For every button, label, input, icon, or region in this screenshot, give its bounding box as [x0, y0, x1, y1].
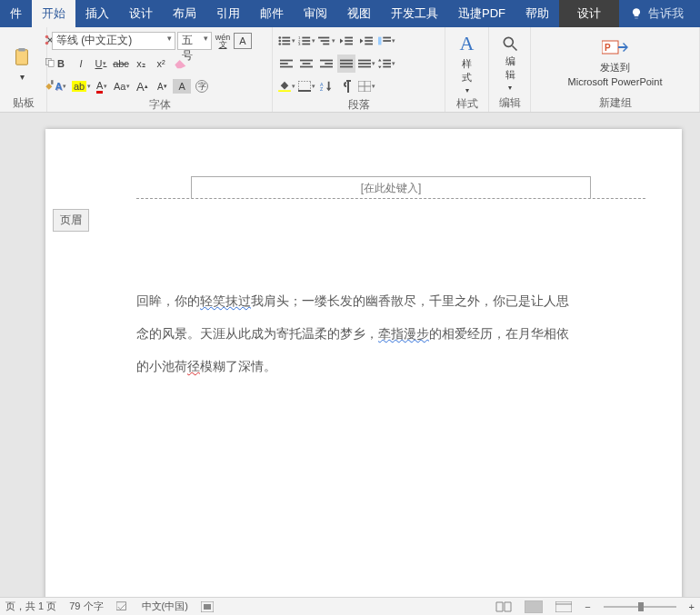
enclose-char-button[interactable]: 字 — [193, 77, 211, 95]
font-color-button[interactable]: A — [93, 77, 111, 95]
svg-point-7 — [278, 36, 281, 39]
svg-text:P: P — [605, 43, 611, 53]
underline-button[interactable]: U — [92, 55, 110, 73]
increase-indent-button[interactable] — [357, 32, 375, 50]
tab-xunjie[interactable]: 迅捷PDF — [448, 0, 515, 27]
tab-view[interactable]: 视图 — [337, 0, 381, 27]
decrease-indent-button[interactable] — [337, 32, 355, 50]
web-layout-icon[interactable] — [555, 601, 572, 612]
svg-rect-26 — [365, 40, 373, 42]
align-right-button[interactable] — [317, 55, 335, 73]
align-distributed-button[interactable] — [357, 55, 375, 73]
svg-rect-1 — [18, 47, 25, 51]
svg-rect-30 — [383, 40, 391, 42]
change-case-button[interactable]: Aa — [113, 77, 131, 95]
svg-rect-27 — [365, 44, 373, 45]
svg-rect-19 — [318, 37, 329, 39]
char-shading-button[interactable]: A — [173, 79, 191, 94]
tab-home[interactable]: 开始 — [32, 0, 75, 27]
svg-rect-25 — [365, 37, 373, 39]
group-label-sendto: 新建组 — [535, 95, 695, 112]
align-justify-icon — [340, 58, 353, 69]
grow-font-button[interactable]: A▴ — [133, 77, 151, 95]
borders-button[interactable] — [297, 77, 315, 95]
tab-insert[interactable]: 插入 — [75, 0, 119, 27]
line-spacing-button[interactable] — [377, 55, 395, 73]
read-mode-icon[interactable] — [495, 601, 512, 612]
align-left-icon — [280, 58, 293, 69]
text-direction-button[interactable] — [377, 32, 395, 50]
subscript-button[interactable]: x₂ — [132, 55, 150, 73]
snap-to-grid-button[interactable] — [357, 77, 375, 95]
tab-layout[interactable]: 布局 — [163, 0, 206, 27]
status-language[interactable]: 中文(中国) — [142, 600, 188, 613]
bullets-button[interactable] — [277, 32, 295, 50]
italic-button[interactable]: I — [72, 55, 90, 73]
align-justify-button[interactable] — [337, 55, 355, 73]
group-paragraph: 123 AZ 段落 — [273, 27, 445, 112]
svg-rect-23 — [345, 40, 353, 42]
multilevel-list-button[interactable] — [317, 32, 335, 50]
char-border-button[interactable]: A — [234, 33, 252, 49]
show-marks-button[interactable] — [337, 77, 355, 95]
strikethrough-button[interactable]: abc — [112, 55, 130, 73]
status-page[interactable]: 页，共 1 页 — [5, 600, 56, 613]
header-input[interactable]: [在此处键入] — [191, 176, 591, 198]
highlight-button[interactable]: ab — [72, 77, 91, 95]
tell-me[interactable]: 告诉我 — [619, 0, 695, 27]
superscript-button[interactable]: x² — [152, 55, 170, 73]
numbering-button[interactable]: 123 — [297, 32, 315, 50]
ribbon: ▾ 贴板 等线 (中文正文) 五号 wén文 A B I U abc x₂ — [0, 27, 700, 113]
zoom-out-button[interactable]: − — [585, 601, 590, 612]
send-to-powerpoint-button[interactable]: P 发送到 Microsoft PowerPoint — [535, 30, 695, 95]
svg-rect-31 — [280, 60, 293, 62]
macro-status-icon[interactable] — [201, 601, 214, 612]
svg-point-57 — [504, 37, 513, 46]
font-size-select[interactable]: 五号 — [177, 32, 212, 50]
phonetic-guide-button[interactable]: wén文 — [214, 32, 232, 50]
tab-design[interactable]: 设计 — [119, 0, 163, 27]
paste-button[interactable]: ▾ — [5, 30, 39, 95]
align-left-button[interactable] — [277, 55, 295, 73]
svg-rect-32 — [280, 63, 288, 64]
proof-blue-1: 轻笑抹过 — [200, 294, 251, 308]
lightbulb-icon — [630, 7, 643, 20]
spellcheck-status-icon[interactable] — [116, 601, 129, 612]
print-layout-view[interactable] — [525, 600, 543, 613]
editing-button[interactable]: 编辑▾ — [494, 30, 526, 95]
bold-button[interactable]: B — [52, 55, 70, 73]
header-tag[interactable]: 页眉 — [53, 209, 89, 232]
tab-dev[interactable]: 开发工具 — [381, 0, 448, 27]
align-center-button[interactable] — [297, 55, 315, 73]
body-text[interactable]: 回眸，你的轻笑抹过我肩头；一缕长发的幽香散尽，千里之外，你已是让人思 念的风景。… — [136, 285, 600, 383]
grid-icon — [358, 81, 371, 92]
tab-references[interactable]: 引用 — [206, 0, 250, 27]
svg-rect-64 — [555, 601, 572, 612]
shading-button[interactable] — [277, 77, 295, 95]
text-effects-button[interactable]: A — [52, 77, 70, 95]
svg-rect-16 — [302, 40, 310, 42]
svg-rect-14 — [302, 37, 310, 39]
tab-file[interactable]: 件 — [0, 0, 32, 27]
page[interactable]: [在此处键入] 页眉 回眸，你的轻笑抹过我肩头；一缕长发的幽香散尽，千里之外，你… — [45, 129, 682, 597]
font-family-select[interactable]: 等线 (中文正文) — [52, 32, 175, 50]
shrink-font-button[interactable]: A▾ — [153, 77, 171, 95]
svg-rect-10 — [282, 40, 290, 42]
svg-rect-0 — [16, 49, 28, 64]
zoom-slider[interactable] — [604, 606, 676, 608]
styles-button[interactable]: A 样式▾ — [450, 30, 484, 96]
group-label-font: 字体 — [52, 97, 267, 113]
svg-rect-38 — [325, 63, 333, 64]
zoom-in-button[interactable]: + — [689, 601, 695, 612]
group-label-styles: 样式 — [450, 96, 484, 112]
sort-button[interactable]: AZ — [317, 77, 335, 95]
tab-review[interactable]: 审阅 — [294, 0, 337, 27]
svg-rect-40 — [340, 60, 353, 62]
status-wordcount[interactable]: 79 个字 — [69, 600, 103, 613]
group-styles: A 样式▾ 样式 — [445, 27, 489, 112]
svg-rect-46 — [383, 60, 391, 62]
tab-context-design[interactable]: 设计 — [559, 0, 619, 27]
tab-help[interactable]: 帮助 — [515, 0, 559, 27]
paint-bucket-icon — [278, 81, 291, 92]
tab-mail[interactable]: 邮件 — [250, 0, 294, 27]
